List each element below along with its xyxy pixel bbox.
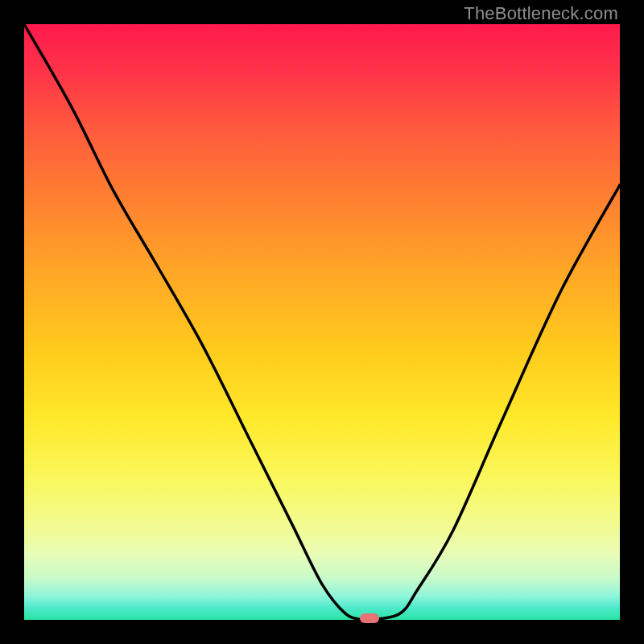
watermark-text: TheBottleneck.com xyxy=(464,3,618,24)
bottleneck-curve xyxy=(24,24,620,620)
optimum-marker xyxy=(360,613,379,623)
chart-frame: TheBottleneck.com xyxy=(0,0,644,644)
